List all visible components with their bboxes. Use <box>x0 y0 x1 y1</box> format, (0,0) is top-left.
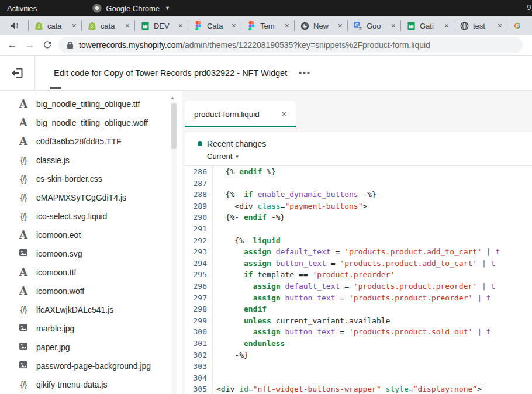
line-number: 299 <box>185 315 213 327</box>
line-number: 288 <box>185 189 213 201</box>
forward-button[interactable]: → <box>21 39 39 51</box>
close-icon[interactable]: × <box>282 109 286 119</box>
line-number: 301 <box>185 338 213 350</box>
code-file-icon: {/} <box>18 305 29 314</box>
file-name: marble.jpg <box>36 324 74 333</box>
version-dropdown[interactable]: Current ▾ <box>207 152 532 161</box>
file-item-eMAPMXSyTCgGdiT4.js[interactable]: {/}eMAPMXSyTCgGdiT4.js <box>0 188 182 207</box>
file-item-lfcAXLwjkDALc541.js[interactable]: {/}lfcAXLwjkDALc541.js <box>0 300 182 319</box>
browser-tab-cata[interactable]: cata× <box>81 16 134 35</box>
code-line-291: 291 <box>185 223 532 235</box>
file-name: cs-skin-border.css <box>36 174 102 184</box>
code-card: Recent changes Current ▾ 286 {% endif %}… <box>185 132 532 394</box>
scroll-up-arrow-icon[interactable]: ▲ <box>170 95 175 101</box>
file-item-icomoon.ttf[interactable]: Aicomoon.ttf <box>0 263 182 282</box>
close-icon[interactable]: × <box>338 22 343 30</box>
address-bar[interactable]: towerrecords.myshopify.com/admin/themes/… <box>58 37 523 53</box>
file-item-cs-skin-border.css[interactable]: {/}cs-skin-border.css <box>0 170 182 188</box>
chevron-down-icon: ▼ <box>165 5 170 11</box>
version-label: Current <box>207 152 232 161</box>
app-menu[interactable]: Google Chrome ▼ <box>92 4 170 13</box>
shopify-icon <box>87 21 96 30</box>
tab-title: DEV <box>154 22 174 30</box>
close-icon[interactable]: × <box>391 22 396 30</box>
font-file-icon: A <box>18 136 29 147</box>
sheets-icon <box>140 21 150 30</box>
file-name: c0df3a6b528fdd85.TTF <box>36 137 122 146</box>
browser-tab-cata[interactable]: cata× <box>28 16 81 35</box>
file-list: Abig_noodle_titling_oblique.ttfAbig_nood… <box>0 91 182 394</box>
code-file-icon: {/} <box>18 380 29 389</box>
more-actions-button[interactable]: ••• <box>299 68 311 78</box>
close-icon[interactable]: × <box>498 22 502 30</box>
exit-code-editor-button[interactable] <box>0 56 35 90</box>
code-line-289: 289 <div class="payment-buttons"> <box>185 201 532 212</box>
clipped-list-item <box>50 87 61 89</box>
close-icon[interactable]: × <box>125 22 130 30</box>
reload-button[interactable] <box>39 39 56 51</box>
file-item-paper.jpg[interactable]: paper.jpg <box>0 338 182 357</box>
file-item-icomoon.woff[interactable]: Aicomoon.woff <box>0 282 182 300</box>
file-name: icomoon.eot <box>36 230 81 240</box>
line-number: 300 <box>185 326 213 338</box>
file-item-qikify-tmenu-data.js[interactable]: {/}qikify-tmenu-data.js <box>0 375 182 394</box>
code-line-295: 295 if template == 'product.preorder' <box>185 269 532 281</box>
browser-tab-Cata[interactable]: Cata× <box>188 16 241 35</box>
code-area[interactable]: 286 {% endif %}287288 {%- if enable_dyna… <box>185 166 532 394</box>
browser-tab-Tem[interactable]: Tem× <box>241 16 294 35</box>
code-line-299: 299 unless current_variant.available <box>185 315 532 327</box>
line-number: 302 <box>185 350 213 361</box>
browser-tab-New[interactable]: New× <box>294 16 347 35</box>
line-number: 295 <box>185 269 213 281</box>
line-number: 298 <box>185 303 213 315</box>
file-name: icomoon.woff <box>36 286 84 296</box>
translate-icon: G文 <box>353 21 362 30</box>
file-item-big_noodle_titling_oblique.ttf[interactable]: Abig_noodle_titling_oblique.ttf <box>0 95 182 113</box>
code-line-301: 301 endunless <box>185 338 532 350</box>
audio-speaker-icon[interactable] <box>0 21 28 30</box>
file-item-icomoon.svg[interactable]: icomoon.svg <box>0 244 182 263</box>
file-item-ico-select.svg.liquid[interactable]: {/}ico-select.svg.liquid <box>0 207 182 226</box>
file-item-icomoon.eot[interactable]: Aicomoon.eot <box>0 226 182 244</box>
close-icon[interactable]: × <box>72 22 77 30</box>
browser-tab-Goo[interactable]: G文Goo× <box>347 16 400 35</box>
code-file-icon: {/} <box>18 155 29 165</box>
back-button[interactable]: ← <box>4 39 21 51</box>
line-number: 289 <box>185 201 213 212</box>
code-line-302: 302 -%} <box>185 350 532 361</box>
file-item-c0df3a6b528fdd85.TTF[interactable]: Ac0df3a6b528fdd85.TTF <box>0 132 182 151</box>
page-header: Edit code for Copy of Tower Records prd0… <box>0 56 532 91</box>
editor-tab-product-form[interactable]: product-form.liquid × <box>185 101 296 127</box>
sidebar-scrollbar-thumb[interactable] <box>171 103 177 149</box>
browser-tab-Gati[interactable]: Gati× <box>400 16 454 35</box>
figma-icon <box>247 21 256 30</box>
file-item-classie.js[interactable]: {/}classie.js <box>0 151 182 170</box>
close-icon[interactable]: × <box>178 22 183 30</box>
recent-changes-label: Recent changes <box>207 139 266 148</box>
line-number: 297 <box>185 292 213 304</box>
file-name: password-page-background.jpg <box>36 361 151 371</box>
font-file-icon: A <box>18 117 29 128</box>
url-path: /admin/themes/122208190535?key=snippets%… <box>182 40 430 50</box>
google-icon: G <box>513 21 522 30</box>
close-icon[interactable]: × <box>285 22 289 30</box>
code-line-303: 303 <box>185 361 532 372</box>
exit-icon <box>11 66 25 80</box>
activities-button[interactable]: Activities <box>7 4 37 13</box>
file-item-password-page-background.jpg[interactable]: password-page-background.jpg <box>0 357 182 375</box>
browser-tab-test[interactable]: test× <box>454 16 507 35</box>
file-item-big_noodle_titling_oblique.woff[interactable]: Abig_noodle_titling_oblique.woff <box>0 113 182 132</box>
tab-title: Tem <box>260 22 281 30</box>
browser-tab-google[interactable]: G <box>507 16 532 35</box>
chrome-gray-icon <box>300 21 309 30</box>
browser-tab-DEV[interactable]: DEV× <box>134 16 188 35</box>
file-name: lfcAXLwjkDALc541.js <box>36 305 113 314</box>
file-item-marble.jpg[interactable]: marble.jpg <box>0 319 182 338</box>
close-icon[interactable]: × <box>444 22 449 30</box>
code-editor-panel: product-form.liquid × Recent changes Cur… <box>182 91 532 394</box>
code-line-288: 288 {%- if enable_dynamic_buttons -%} <box>185 189 532 201</box>
file-sidebar: Abig_noodle_titling_oblique.ttfAbig_nood… <box>0 91 182 394</box>
code-line-294: 294 assign button_text = 'products.produ… <box>185 258 532 269</box>
close-icon[interactable]: × <box>232 22 236 30</box>
line-number: 292 <box>185 235 213 247</box>
